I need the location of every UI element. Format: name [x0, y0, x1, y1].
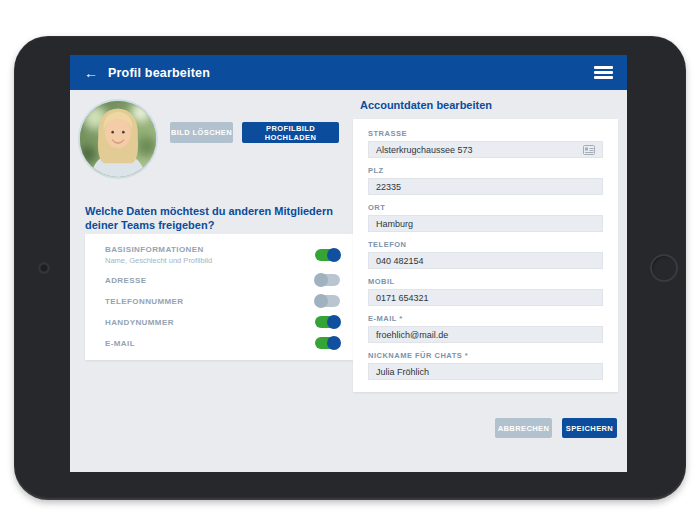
toggle-label: ADRESSE: [105, 276, 146, 285]
tablet-frame: ← Profil bearbeiten: [14, 36, 686, 500]
field-value: Hamburg: [376, 219, 595, 229]
field-label: ORT: [368, 203, 603, 212]
toggle-label: TELEFONNUMMER: [105, 297, 184, 306]
toggle-label: HANDYNUMMER: [105, 318, 174, 327]
toggle-row-adresse: ADRESSE: [105, 274, 340, 286]
app-header: ← Profil bearbeiten: [70, 55, 627, 90]
form-actions: ABBRECHEN SPEICHERN: [495, 418, 617, 438]
strasse-input[interactable]: Alsterkrugchaussee 573: [368, 141, 603, 158]
field-label: PLZ: [368, 166, 603, 175]
nickname-input[interactable]: Julia Fröhlich: [368, 363, 603, 380]
home-button[interactable]: [650, 254, 678, 282]
field-label: NICKNAME FÜR CHATS *: [368, 351, 603, 360]
upload-picture-button[interactable]: PROFILBILD HOCHLADEN: [242, 122, 339, 143]
save-button[interactable]: SPEICHERN: [562, 418, 617, 438]
toggle-sublabel: Name, Geschlecht und Profilbild: [105, 256, 212, 265]
field-label: TELEFON: [368, 240, 603, 249]
ort-input[interactable]: Hamburg: [368, 215, 603, 232]
sharing-settings-card: BASISINFORMATIONEN Name, Geschlecht und …: [85, 234, 353, 360]
field-label: E-MAIL *: [368, 314, 603, 323]
field-ort: ORT Hamburg: [368, 203, 603, 232]
field-value: 0171 654321: [376, 293, 595, 303]
sharing-question: Welche Daten möchtest du anderen Mitglie…: [85, 204, 361, 233]
toggle-label: BASISINFORMATIONEN: [105, 245, 212, 254]
field-value: 22335: [376, 182, 595, 192]
toggle-row-telefonnummer: TELEFONNUMMER: [105, 295, 340, 307]
field-value: Alsterkrugchaussee 573: [376, 145, 583, 155]
toggle-email[interactable]: [315, 337, 340, 349]
plz-input[interactable]: 22335: [368, 178, 603, 195]
telefon-input[interactable]: 040 482154: [368, 252, 603, 269]
page: ← Profil bearbeiten: [0, 0, 700, 525]
profile-picture: [78, 99, 158, 179]
field-value: 040 482154: [376, 256, 595, 266]
account-form-card: STRASSE Alsterkrugchaussee 573: [353, 119, 618, 392]
email-input[interactable]: froehlich@mail.de: [368, 326, 603, 343]
cancel-button[interactable]: ABBRECHEN: [495, 418, 552, 438]
back-arrow-icon[interactable]: ←: [84, 65, 98, 81]
field-telefon: TELEFON 040 482154: [368, 240, 603, 269]
field-nickname: NICKNAME FÜR CHATS * Julia Fröhlich: [368, 351, 603, 380]
contact-card-icon[interactable]: [583, 145, 595, 155]
field-plz: PLZ 22335: [368, 166, 603, 195]
toggle-telefonnummer[interactable]: [315, 295, 340, 307]
page-title: Profil bearbeiten: [108, 66, 210, 80]
field-email: E-MAIL * froehlich@mail.de: [368, 314, 603, 343]
toggle-adresse[interactable]: [315, 274, 340, 286]
toggle-label: E-MAIL: [105, 339, 135, 348]
app-screen: ← Profil bearbeiten: [70, 55, 627, 472]
toggle-row-email: E-MAIL: [105, 337, 340, 349]
field-strasse: STRASSE Alsterkrugchaussee 573: [368, 129, 603, 158]
account-section-heading: Accountdaten bearbeiten: [360, 99, 492, 111]
avatar-photo-illustration: [80, 101, 156, 177]
hamburger-menu-icon[interactable]: [594, 66, 613, 79]
field-label: MOBIL: [368, 277, 603, 286]
delete-picture-button[interactable]: BILD LÖSCHEN: [170, 122, 233, 143]
toggle-handynummer[interactable]: [315, 316, 340, 328]
field-value: Julia Fröhlich: [376, 367, 595, 377]
field-mobil: MOBIL 0171 654321: [368, 277, 603, 306]
field-label: STRASSE: [368, 129, 603, 138]
toggle-row-handynummer: HANDYNUMMER: [105, 316, 340, 328]
toggle-row-basisinformationen: BASISINFORMATIONEN Name, Geschlecht und …: [105, 245, 340, 265]
mobil-input[interactable]: 0171 654321: [368, 289, 603, 306]
toggle-basisinformationen[interactable]: [315, 249, 340, 261]
camera-icon: [38, 262, 50, 274]
field-value: froehlich@mail.de: [376, 330, 595, 340]
